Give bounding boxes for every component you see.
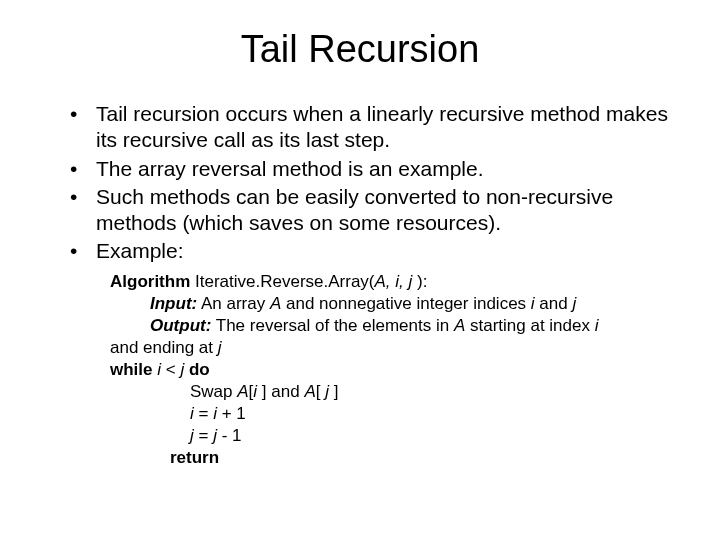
bullet-item: Example:: [70, 238, 680, 264]
var: A: [270, 294, 281, 313]
algo-inc: i = i + 1: [190, 403, 680, 425]
var: A: [237, 382, 248, 401]
var: j: [572, 294, 576, 313]
algo-input: Input: An array A and nonnegative intege…: [150, 293, 680, 315]
text: starting at index: [465, 316, 594, 335]
output-label: Output:: [150, 316, 211, 335]
algo-swap: Swap A[i ] and A[ j ]: [190, 381, 680, 403]
algorithm-block: Algorithm Iterative.Reverse.Array(A, i, …: [110, 271, 680, 470]
text: and: [535, 294, 573, 313]
algo-while: while i < j do: [110, 359, 680, 381]
text: ] and: [262, 382, 305, 401]
bullet-item: The array reversal method is an example.: [70, 156, 680, 182]
algo-args: A, i, j: [375, 272, 418, 291]
op: =: [199, 426, 214, 445]
text: ]: [334, 382, 339, 401]
algo-name: Iterative.Reverse.Array(: [195, 272, 375, 291]
var: i: [253, 382, 262, 401]
text: Swap: [190, 382, 237, 401]
algo-keyword: Algorithm: [110, 272, 195, 291]
op: <: [166, 360, 181, 379]
bullet-item: Such methods can be easily converted to …: [70, 184, 680, 237]
op: =: [199, 404, 214, 423]
text: + 1: [222, 404, 246, 423]
slide-title: Tail Recursion: [40, 28, 680, 71]
var: j: [213, 426, 222, 445]
input-label: Input:: [150, 294, 197, 313]
text: - 1: [222, 426, 242, 445]
algo-close: ):: [417, 272, 427, 291]
algo-dec: j = j - 1: [190, 425, 680, 447]
text: The reversal of the elements in: [211, 316, 454, 335]
keyword: return: [170, 448, 219, 467]
algo-signature: Algorithm Iterative.Reverse.Array(A, i, …: [110, 271, 680, 293]
algo-return: return: [170, 447, 680, 469]
keyword: do: [184, 360, 210, 379]
slide: Tail Recursion Tail recursion occurs whe…: [0, 0, 720, 540]
var: j: [325, 382, 334, 401]
var: i: [157, 360, 166, 379]
text: and ending at: [110, 338, 218, 357]
var: A: [454, 316, 465, 335]
bullet-list: Tail recursion occurs when a linearly re…: [40, 101, 680, 265]
algo-output-cont: and ending at j: [110, 337, 680, 359]
algo-output: Output: The reversal of the elements in …: [150, 315, 680, 337]
text: and nonnegative integer indices: [281, 294, 531, 313]
var: i: [213, 404, 222, 423]
text: An array: [197, 294, 270, 313]
text: [: [316, 382, 325, 401]
keyword: while: [110, 360, 157, 379]
var: i: [595, 316, 599, 335]
var: i: [190, 404, 199, 423]
bullet-item: Tail recursion occurs when a linearly re…: [70, 101, 680, 154]
var: A: [304, 382, 315, 401]
var: j: [190, 426, 199, 445]
var: j: [218, 338, 222, 357]
